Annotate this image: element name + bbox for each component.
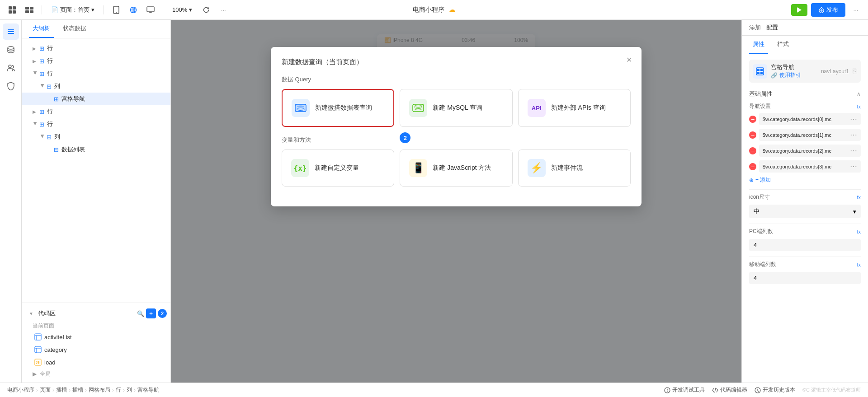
desktop-view-btn[interactable] [144,3,157,17]
tab-state[interactable]: 状态数据 [59,20,90,38]
run-button[interactable] [791,4,807,16]
breadcrumb-col[interactable]: 列 [127,386,132,394]
publish-button[interactable]: 发布 [811,3,845,17]
tree-row-4[interactable]: ▶ ⊞ 行 [22,105,170,118]
remove-nav-1[interactable]: − [749,131,756,139]
list-view-btn[interactable] [23,3,36,17]
copy-icon[interactable]: ⎘ [853,67,857,75]
tree-navgrid[interactable]: ▶ ⊞ 宫格导航 ⋮⋮ [22,93,170,105]
more-btn[interactable]: ··· [217,3,230,17]
history-btn[interactable]: 开发历史版本 [755,386,795,394]
sidebar-item-data[interactable] [3,42,19,58]
tree-col-1[interactable]: ▶ ⊟ 列 [22,80,170,93]
sidebar-item-users[interactable] [3,60,19,76]
row-icon-3: ⊞ [38,70,45,77]
mobile-cols-fx[interactable]: fx [857,262,861,267]
pc-cols-input[interactable] [749,239,861,251]
mobile-view-btn[interactable] [109,3,123,17]
refresh-btn[interactable] [199,3,213,17]
basic-collapse-arrow[interactable]: ∧ [857,91,861,97]
breadcrumb-slot1[interactable]: 插槽 [56,386,67,394]
sidebar-item-security[interactable] [3,78,19,94]
basic-props-title: 基础属性 [749,90,773,98]
tree-row-3[interactable]: ▶ ⊞ 行 [22,67,170,80]
browser-view-btn[interactable] [127,3,140,17]
nav-item-0: − $w.category.data.records[0].mc ⋯ [749,113,861,125]
card-event-flow[interactable]: ⚡ 新建事件流 [518,149,631,187]
collapse-arrow-2[interactable]: ▶ [33,59,38,64]
card-mysql-query[interactable]: 新建 MySQL 查询 [400,89,512,127]
breadcrumb-app[interactable]: 电商小程序 [7,386,34,394]
svg-rect-5 [30,7,33,9]
card-js-method[interactable]: 📱 新建 JavaScript 方法 [400,149,512,187]
tree-datalist[interactable]: ▶ ⊟ 数据列表 ⋮⋮ [22,143,170,156]
svg-point-42 [667,391,667,391]
breadcrumb-slot2[interactable]: 插槽 [72,386,83,394]
right-prop-tabs: 属性 样式 [742,36,868,54]
nav-dots-3[interactable]: ⋯ [850,162,857,171]
drag-icon-2[interactable]: ⋮⋮ [154,146,167,153]
code-search-btn[interactable]: 🔍 [137,310,144,317]
breadcrumb-row[interactable]: 行 [116,386,121,394]
top-more-btn[interactable]: ··· [849,3,863,17]
tree-row-2[interactable]: ▶ ⊞ 行 [22,55,170,67]
tree-col-label: 列 [54,82,167,90]
collapse-arrow-col1[interactable]: ▶ [40,84,45,89]
collapse-arrow-1[interactable]: ▶ [33,46,38,51]
collapse-arrow-5[interactable]: ▶ [33,121,38,127]
tree-row-1[interactable]: ▶ ⊞ 行 [22,42,170,55]
sidebar-item-layers[interactable] [3,23,19,40]
nav-settings-fx[interactable]: fx [857,104,861,109]
breadcrumb-grid[interactable]: 网格布局 [89,386,110,394]
remove-nav-2[interactable]: − [749,147,756,154]
collapse-arrow-col2[interactable]: ▶ [40,134,45,140]
nav-dots-0[interactable]: ⋯ [850,115,857,123]
grid-view-btn[interactable] [5,3,19,17]
code-add-button[interactable]: + [146,308,156,318]
pc-cols-fx[interactable]: fx [857,229,861,234]
toolbar-right: 发布 ··· [791,3,863,17]
tree-label-4: 行 [47,107,167,116]
right-tab-add[interactable]: 添加 [749,23,761,32]
zoom-selector[interactable]: 100% ▾ [169,5,196,15]
breadcrumb-navgrid[interactable]: 宫格导航 [137,386,159,394]
drag-icon[interactable]: ⋮⋮ [154,95,167,103]
remove-nav-0[interactable]: − [749,116,756,123]
tab-outline[interactable]: 大纲树 [29,20,54,38]
code-item-activiteList[interactable]: activiteList [22,331,170,343]
nav-dots-2[interactable]: ⋯ [850,146,857,155]
component-link[interactable]: 使用指引 [779,71,801,79]
nav-item-3: − $w.category.data.records[3].mc ⋯ [749,160,861,173]
modal-close-button[interactable]: ✕ [623,54,634,65]
mobile-cols-input[interactable] [749,272,861,284]
code-collapse-arrow[interactable]: ▼ [29,311,34,316]
tree-col-2[interactable]: ▶ ⊟ 列 [22,131,170,143]
nav-item-2: − $w.category.data.records[2].mc ⋯ [749,145,861,157]
card-weixin-query[interactable]: 新建微搭数据表查询 [282,89,394,127]
code-item-load[interactable]: JS load [22,356,170,369]
pc-cols-label: PC端列数 [749,228,773,235]
global-arrow[interactable]: ▶ [33,371,37,377]
code-editor-btn[interactable]: 代码编辑器 [712,386,747,394]
icon-size-fx[interactable]: fx [857,195,861,200]
card-api-query[interactable]: API 新建外部 APIs 查询 [518,89,631,127]
remove-nav-3[interactable]: − [749,163,756,170]
collapse-arrow-3[interactable]: ▶ [33,71,38,76]
pc-cols-row: PC端列数 fx [749,228,861,235]
nav-dots-1[interactable]: ⋯ [850,131,857,139]
js-icon: JS [34,359,42,366]
icon-size-select[interactable]: 中 ▾ [749,205,861,218]
tab-props[interactable]: 属性 [749,36,768,54]
tree-row-5[interactable]: ▶ ⊞ 行 [22,118,170,131]
tab-style[interactable]: 样式 [774,36,793,54]
tree-label-5: 行 [47,120,167,128]
right-tab-config[interactable]: 配置 [766,23,778,32]
debug-btn[interactable]: 开发调试工具 [664,386,705,394]
collapse-arrow-4[interactable]: ▶ [33,109,38,114]
activiteList-label: activiteList [44,334,72,341]
breadcrumb-page[interactable]: 页面 [40,386,51,394]
card-custom-var[interactable]: {x} 新建自定义变量 [282,149,394,187]
code-item-category[interactable]: category [22,343,170,356]
page-selector[interactable]: 📄 页面：首页 ▾ [47,4,98,16]
nav-add-button[interactable]: ⊕ + 添加 [749,176,861,184]
